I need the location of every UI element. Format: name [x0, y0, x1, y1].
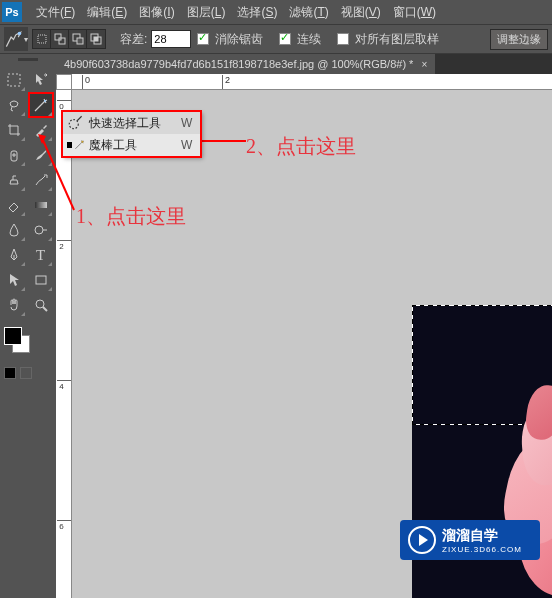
- svg-point-15: [36, 300, 44, 308]
- default-colors-icon[interactable]: [4, 367, 16, 379]
- menu-filter[interactable]: 滤镜(T): [283, 2, 334, 23]
- marquee-tool[interactable]: [2, 68, 26, 92]
- svg-rect-14: [36, 276, 46, 284]
- panel-grip[interactable]: [2, 58, 54, 66]
- crop-tool[interactable]: [2, 118, 26, 142]
- all-layers-checkbox[interactable]: 对所有图层取样: [337, 31, 443, 48]
- svg-point-17: [81, 141, 83, 143]
- menu-view[interactable]: 视图(V): [335, 2, 387, 23]
- svg-point-16: [69, 120, 78, 129]
- tab-title: 4b90f603738da9779b4fd7d6b151f8198718e3ef…: [64, 58, 413, 70]
- antialias-checkbox[interactable]: 消除锯齿: [197, 31, 267, 48]
- healing-brush-tool[interactable]: [2, 143, 26, 167]
- svg-rect-3: [59, 38, 65, 44]
- eraser-tool[interactable]: [2, 193, 26, 217]
- tab-bar: 4b90f603738da9779b4fd7d6b151f8198718e3ef…: [56, 54, 552, 74]
- selection-mode-group: [32, 29, 106, 49]
- checkbox-icon: [337, 33, 349, 45]
- pen-tool[interactable]: [2, 243, 26, 267]
- menu-window[interactable]: 窗口(W): [387, 2, 442, 23]
- selection-new-icon[interactable]: [33, 30, 51, 48]
- svg-rect-8: [94, 37, 98, 41]
- clone-stamp-tool[interactable]: [2, 168, 26, 192]
- svg-rect-9: [8, 74, 20, 86]
- tolerance-input[interactable]: [151, 30, 191, 48]
- app-logo: Ps: [2, 2, 22, 22]
- ruler-origin[interactable]: [56, 74, 72, 90]
- document-tab[interactable]: 4b90f603738da9779b4fd7d6b151f8198718e3ef…: [56, 54, 435, 74]
- annotation-2: 2、点击这里: [246, 133, 356, 160]
- path-selection-tool[interactable]: [2, 268, 26, 292]
- svg-rect-5: [77, 38, 83, 44]
- selection-intersect-icon[interactable]: [87, 30, 105, 48]
- checkbox-icon: [197, 33, 209, 45]
- current-tool-icon[interactable]: ▾: [4, 27, 28, 51]
- svg-point-13: [35, 226, 43, 234]
- ruler-horizontal[interactable]: 0 2: [72, 74, 552, 90]
- contiguous-checkbox[interactable]: 连续: [279, 31, 325, 48]
- lasso-tool[interactable]: [2, 93, 26, 117]
- menu-select[interactable]: 选择(S): [231, 2, 283, 23]
- tool-flyout-menu: 快速选择工具 W 魔棒工具 W: [62, 111, 201, 157]
- menu-layer[interactable]: 图层(L): [181, 2, 232, 23]
- dodge-tool[interactable]: [29, 218, 53, 242]
- svg-rect-2: [55, 34, 61, 40]
- blur-tool[interactable]: [2, 218, 26, 242]
- menu-image[interactable]: 图像(I): [133, 2, 180, 23]
- hand-tool[interactable]: [2, 293, 26, 317]
- menu-file[interactable]: 文件(F): [30, 2, 81, 23]
- flyout-quick-selection[interactable]: 快速选择工具 W: [63, 112, 200, 134]
- refine-edge-button[interactable]: 调整边缘: [490, 29, 548, 50]
- quick-selection-icon: [67, 114, 85, 132]
- zoom-tool[interactable]: [29, 293, 53, 317]
- options-bar: ▾ 容差: 消除锯齿 连续 对所有图层取样 调整边缘: [0, 24, 552, 54]
- svg-point-0: [18, 31, 22, 35]
- svg-rect-1: [38, 35, 46, 43]
- tolerance-label: 容差:: [120, 31, 147, 48]
- shape-tool[interactable]: [29, 268, 53, 292]
- checkbox-icon: [279, 33, 291, 45]
- flyout-magic-wand[interactable]: 魔棒工具 W: [63, 134, 200, 156]
- watermark-title: 溜溜自学: [442, 527, 522, 545]
- close-icon[interactable]: ×: [421, 59, 427, 70]
- svg-point-10: [44, 100, 46, 102]
- annotation-1: 1、点击这里: [76, 203, 186, 230]
- magic-wand-tool[interactable]: [29, 93, 53, 117]
- move-tool[interactable]: [29, 68, 53, 92]
- type-tool[interactable]: T: [29, 243, 53, 267]
- play-icon: [408, 526, 436, 554]
- menu-edit[interactable]: 编辑(E): [81, 2, 133, 23]
- magic-wand-icon: [67, 136, 85, 154]
- selection-subtract-icon[interactable]: [69, 30, 87, 48]
- watermark: 溜溜自学 ZIXUE.3D66.COM: [400, 520, 540, 560]
- menu-bar: Ps 文件(F) 编辑(E) 图像(I) 图层(L) 选择(S) 滤镜(T) 视…: [0, 0, 552, 24]
- quick-mask-icon[interactable]: [20, 367, 32, 379]
- watermark-sub: ZIXUE.3D66.COM: [442, 545, 522, 554]
- foreground-color[interactable]: [4, 327, 22, 345]
- color-swatches[interactable]: [2, 325, 54, 381]
- selection-add-icon[interactable]: [51, 30, 69, 48]
